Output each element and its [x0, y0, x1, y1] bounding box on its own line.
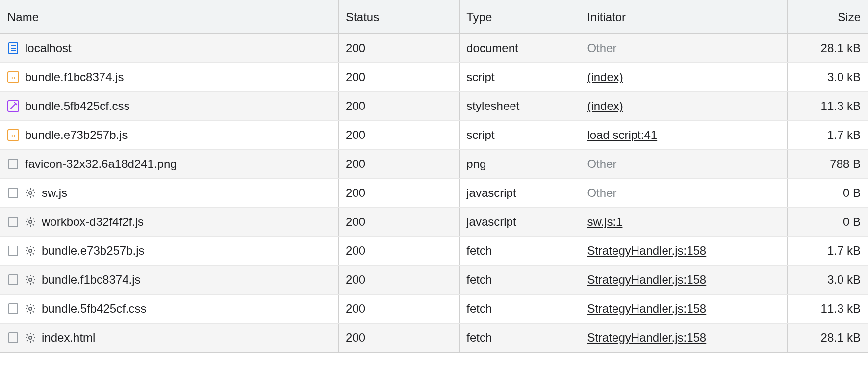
table-row[interactable]: bundle.5fb425cf.css200fetchStrategyHandl… [0, 295, 868, 324]
request-name: workbox-d32f4f2f.js [42, 215, 144, 229]
table-row[interactable]: sw.js200javascriptOther0 B [0, 179, 868, 208]
cell-size: 0 B [787, 179, 868, 208]
cell-status: 200 [339, 324, 460, 353]
table-row[interactable]: bundle.e73b257b.js200fetchStrategyHandle… [0, 237, 868, 266]
generic-file-icon [7, 158, 19, 170]
cell-name: bundle.f1bc8374.js [0, 63, 339, 92]
initiator-link[interactable]: StrategyHandler.js:158 [587, 331, 706, 344]
cell-name: bundle.e73b257b.js [0, 121, 339, 150]
request-name: bundle.5fb425cf.css [42, 302, 146, 316]
table-row[interactable]: localhost200documentOther28.1 kB [0, 34, 868, 63]
cell-size: 788 B [787, 150, 868, 179]
cell-name: localhost [0, 34, 339, 63]
cell-initiator: StrategyHandler.js:158 [580, 266, 787, 295]
cell-size: 28.1 kB [787, 34, 868, 63]
initiator-link[interactable]: (index) [587, 99, 623, 112]
cell-type: javascript [460, 179, 580, 208]
column-header-status[interactable]: Status [339, 0, 460, 34]
initiator-link[interactable]: (index) [587, 70, 623, 83]
request-name: bundle.f1bc8374.js [42, 273, 141, 287]
column-header-name[interactable]: Name [0, 0, 339, 34]
initiator-link[interactable]: StrategyHandler.js:158 [587, 273, 706, 286]
document-file-icon [7, 42, 19, 54]
table-header-row: Name Status Type Initiator Size [0, 0, 868, 34]
cell-type: fetch [460, 237, 580, 266]
gear-icon [25, 246, 36, 256]
table-row[interactable]: bundle.5fb425cf.css200stylesheet(index)1… [0, 92, 868, 121]
cell-status: 200 [339, 121, 460, 150]
table-row[interactable]: favicon-32x32.6a18d241.png200pngOther788… [0, 150, 868, 179]
cell-status: 200 [339, 150, 460, 179]
cell-initiator: StrategyHandler.js:158 [580, 324, 787, 353]
cell-status: 200 [339, 63, 460, 92]
request-name: sw.js [42, 186, 67, 200]
cell-name: bundle.5fb425cf.css [0, 295, 339, 324]
column-header-type[interactable]: Type [460, 0, 580, 34]
table-row[interactable]: workbox-d32f4f2f.js200javascriptsw.js:10… [0, 208, 868, 237]
cell-name: bundle.e73b257b.js [0, 237, 339, 266]
cell-type: fetch [460, 324, 580, 353]
column-header-initiator[interactable]: Initiator [580, 0, 787, 34]
network-table: Name Status Type Initiator Size localhos… [0, 0, 868, 353]
cell-initiator: StrategyHandler.js:158 [580, 295, 787, 324]
cell-name: workbox-d32f4f2f.js [0, 208, 339, 237]
generic-file-icon [7, 216, 19, 228]
cell-initiator: StrategyHandler.js:158 [580, 237, 787, 266]
cell-initiator: Other [580, 150, 787, 179]
cell-type: javascript [460, 208, 580, 237]
initiator-link[interactable]: StrategyHandler.js:158 [587, 302, 706, 315]
cell-name: bundle.5fb425cf.css [0, 92, 339, 121]
cell-size: 3.0 kB [787, 266, 868, 295]
cell-name: index.html [0, 324, 339, 353]
cell-status: 200 [339, 179, 460, 208]
request-name: index.html [42, 331, 95, 345]
cell-initiator: (index) [580, 92, 787, 121]
table-row[interactable]: bundle.f1bc8374.js200fetchStrategyHandle… [0, 266, 868, 295]
table-row[interactable]: bundle.e73b257b.js200scriptload script:4… [0, 121, 868, 150]
cell-initiator: (index) [580, 63, 787, 92]
generic-file-icon [7, 187, 19, 199]
cell-type: fetch [460, 295, 580, 324]
initiator-text: Other [587, 186, 616, 199]
cell-status: 200 [339, 295, 460, 324]
cell-size: 0 B [787, 208, 868, 237]
cell-status: 200 [339, 266, 460, 295]
initiator-link[interactable]: load script:41 [587, 128, 657, 141]
initiator-link[interactable]: sw.js:1 [587, 215, 622, 228]
gear-icon [25, 274, 36, 285]
gear-icon [25, 217, 36, 227]
cell-type: document [460, 34, 580, 63]
cell-status: 200 [339, 237, 460, 266]
js-file-icon [7, 71, 19, 83]
cell-status: 200 [339, 92, 460, 121]
cell-size: 11.3 kB [787, 295, 868, 324]
table-row[interactable]: index.html200fetchStrategyHandler.js:158… [0, 324, 868, 353]
cell-size: 1.7 kB [787, 121, 868, 150]
request-name: favicon-32x32.6a18d241.png [25, 157, 177, 171]
initiator-text: Other [587, 41, 616, 55]
table-row[interactable]: bundle.f1bc8374.js200script(index)3.0 kB [0, 63, 868, 92]
cell-name: favicon-32x32.6a18d241.png [0, 150, 339, 179]
cell-initiator: sw.js:1 [580, 208, 787, 237]
cell-initiator: Other [580, 34, 787, 63]
cell-initiator: load script:41 [580, 121, 787, 150]
initiator-link[interactable]: StrategyHandler.js:158 [587, 244, 706, 257]
js-file-icon [7, 129, 19, 141]
request-name: bundle.5fb425cf.css [25, 99, 129, 113]
gear-icon [25, 188, 36, 198]
cell-status: 200 [339, 34, 460, 63]
column-header-size[interactable]: Size [787, 0, 868, 34]
cell-size: 3.0 kB [787, 63, 868, 92]
request-name: bundle.e73b257b.js [25, 128, 128, 142]
generic-file-icon [7, 303, 19, 315]
request-name: bundle.f1bc8374.js [25, 70, 124, 84]
generic-file-icon [7, 332, 19, 344]
request-name: bundle.e73b257b.js [42, 244, 145, 258]
cell-size: 11.3 kB [787, 92, 868, 121]
cell-size: 1.7 kB [787, 237, 868, 266]
gear-icon [25, 303, 36, 314]
cell-type: stylesheet [460, 92, 580, 121]
cell-type: png [460, 150, 580, 179]
generic-file-icon [7, 274, 19, 286]
cell-type: script [460, 63, 580, 92]
